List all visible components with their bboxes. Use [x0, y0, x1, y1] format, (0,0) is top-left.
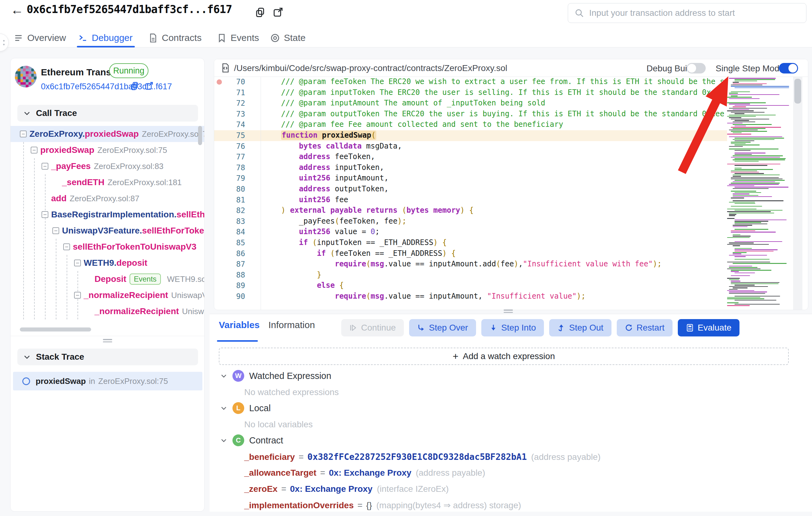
call-trace-row[interactable]: DepositEventsWETH9.sol	[10, 271, 205, 287]
code-line[interactable]: 80 address outputToken,	[214, 184, 727, 195]
tree-vertical-scrollbar[interactable]	[198, 126, 202, 145]
line-number[interactable]: 75	[230, 131, 245, 140]
stack-trace-header[interactable]: Stack Trace	[17, 349, 198, 365]
code-line[interactable]: 82 ) external payable returns (bytes mem…	[214, 205, 727, 216]
call-trace-row[interactable]: −proxiedSwapZeroExProxy.sol:75	[10, 142, 205, 158]
line-number[interactable]: 83	[230, 217, 245, 226]
line-number[interactable]: 77	[230, 153, 245, 161]
variable-row[interactable]: _zeroEx=0x: Exchange Proxy(interface IZe…	[244, 484, 449, 494]
variable-row[interactable]: _beneficiary=0x382fFCe2287252F930E1C8DC9…	[244, 452, 601, 462]
stack-frame-row[interactable]: proxiedSwap in ZeroExProxy.sol:75	[13, 372, 202, 390]
line-number[interactable]: 90	[230, 292, 245, 301]
step-out-button[interactable]: Step Out	[549, 319, 611, 336]
code-line[interactable]: 71 /// @param inputToken The ERC20 the u…	[214, 87, 727, 98]
tab-state[interactable]: State	[270, 30, 306, 46]
collapse-icon[interactable]: −	[52, 227, 59, 234]
external-link-icon[interactable]	[273, 7, 284, 18]
code-line[interactable]: 90 require(msg.value == inputAmount, "In…	[214, 291, 727, 302]
collapse-icon[interactable]: −	[20, 131, 27, 137]
external-link-icon[interactable]	[144, 81, 154, 91]
line-number[interactable]: 73	[230, 110, 245, 118]
call-trace-row[interactable]: −WETH9.deposit	[10, 255, 205, 271]
line-number[interactable]: 84	[230, 227, 245, 236]
code-line[interactable]: 81 uint256 fee	[214, 195, 727, 206]
call-trace-row[interactable]: −sellEthForTokenToUniswapV3	[10, 239, 205, 255]
section-header-watched-expression[interactable]: WWatched Expression	[220, 370, 331, 382]
code-line[interactable]: 85 if (inputToken == _ETH_ADDRESS) {	[214, 238, 727, 248]
code-line[interactable]: 89 else {	[214, 280, 727, 291]
line-number[interactable]: 87	[230, 260, 245, 269]
variable-row[interactable]: _allowanceTarget=0x: Exchange Proxy(addr…	[244, 468, 485, 478]
tab-debugger[interactable]: Debugger	[78, 30, 133, 46]
restart-button[interactable]: Restart	[617, 319, 672, 336]
code-line[interactable]: 75 function proxiedSwap(	[214, 130, 727, 141]
add-watch-expression[interactable]: + Add a watch expression	[219, 348, 789, 365]
resize-handle[interactable]	[103, 339, 112, 342]
call-trace-row[interactable]: −_normalizeRecipientUniswapV3Feature	[10, 287, 205, 303]
line-number[interactable]: 70	[230, 78, 245, 86]
collapse-icon[interactable]: −	[63, 243, 70, 250]
editor-scrollbar[interactable]	[793, 77, 803, 310]
collapse-icon[interactable]: −	[41, 163, 48, 170]
search-input[interactable]	[589, 8, 800, 18]
call-trace-row[interactable]: −BaseRegistrarImplementation.sellEthForT…	[10, 207, 205, 223]
breakpoint-icon[interactable]	[216, 79, 222, 85]
code-line[interactable]: 87 require(msg.value == inputAmount.add(…	[214, 259, 727, 270]
code-line[interactable]: 74 /// @param fee Fee amount collected a…	[214, 119, 727, 130]
collapse-icon[interactable]: −	[31, 147, 37, 154]
section-header-contract[interactable]: CContract	[220, 434, 283, 446]
line-number[interactable]: 79	[230, 174, 245, 183]
code-line[interactable]: 77 address feeToken,	[214, 152, 727, 162]
line-number[interactable]: 76	[230, 142, 245, 151]
line-number[interactable]: 88	[230, 271, 245, 279]
copy-icon[interactable]	[130, 81, 140, 91]
single-step-mode-toggle[interactable]	[779, 63, 798, 74]
code-line[interactable]: 70 /// @param feeToken The ERC20 we wish…	[214, 77, 727, 87]
tab-events[interactable]: Events	[217, 30, 259, 46]
call-trace-row[interactable]: −_payFeesZeroExProxy.sol:83	[10, 158, 205, 174]
call-trace-row[interactable]: −UniswapV3Feature.sellEthForTokenToUnisw…	[10, 223, 205, 239]
source-code[interactable]: 70 /// @param feeToken The ERC20 we wish…	[214, 77, 727, 310]
line-number[interactable]: 86	[230, 249, 245, 258]
tab-information[interactable]: Information	[268, 320, 315, 330]
tab-contracts[interactable]: Contracts	[148, 30, 201, 46]
continue-button[interactable]: Continue	[341, 319, 404, 336]
call-trace-row[interactable]: −ZeroExProxy.proxiedSwapZeroExProxy.sol:…	[10, 126, 205, 142]
line-number[interactable]: 80	[230, 185, 245, 193]
copy-icon[interactable]	[255, 7, 266, 18]
tree-horizontal-scrollbar[interactable]	[20, 327, 91, 331]
collapse-icon[interactable]: −	[74, 260, 81, 266]
step-over-button[interactable]: Step Over	[409, 319, 476, 336]
section-header-local[interactable]: LLocal	[220, 402, 270, 414]
code-line[interactable]: 88 }	[214, 270, 727, 281]
line-number[interactable]: 81	[230, 196, 245, 205]
call-trace-row[interactable]: addZeroExProxy.sol:87	[10, 190, 205, 207]
code-line[interactable]: 84 uint256 value = 0;	[214, 227, 727, 238]
step-into-button[interactable]: Step Into	[481, 319, 544, 336]
debug-build-toggle[interactable]	[687, 63, 706, 74]
line-number[interactable]: 85	[230, 239, 245, 247]
line-number[interactable]: 89	[230, 281, 245, 290]
variable-row[interactable]: _implementationOverrides={}(mapping(byte…	[244, 500, 521, 510]
line-number[interactable]: 74	[230, 120, 245, 129]
code-line[interactable]: 76 bytes calldata msgData,	[214, 141, 727, 152]
call-trace-header[interactable]: Call Trace	[17, 105, 198, 121]
call-trace-row[interactable]: _normalizeRecipientUniswapV3Feature	[10, 303, 205, 319]
code-line[interactable]: 78 address inputToken,	[214, 162, 727, 173]
line-number[interactable]: 82	[230, 206, 245, 215]
code-line[interactable]: 73 /// @param outputToken The ERC20 the …	[214, 109, 727, 120]
code-line[interactable]: 86 if (feeToken == _ETH_ADDRESS) {	[214, 248, 727, 259]
collapse-icon[interactable]: −	[41, 211, 48, 218]
code-minimap[interactable]	[727, 78, 791, 308]
code-line[interactable]: 79 uint256 inputAmount,	[214, 173, 727, 184]
collapse-icon[interactable]: −	[74, 292, 81, 299]
call-trace-row[interactable]: _sendETHZeroExProxy.sol:181	[10, 174, 205, 190]
line-number[interactable]: 72	[230, 99, 245, 108]
line-number[interactable]: 71	[230, 88, 245, 97]
back-arrow-icon[interactable]: ←	[10, 2, 24, 17]
line-number[interactable]: 78	[230, 163, 245, 172]
code-line[interactable]: 72 /// @param inputAmount The amount of …	[214, 98, 727, 109]
evaluate-button[interactable]: Evaluate	[678, 319, 740, 336]
resize-handle[interactable]	[504, 309, 513, 313]
tab-overview[interactable]: Overview	[13, 30, 66, 46]
